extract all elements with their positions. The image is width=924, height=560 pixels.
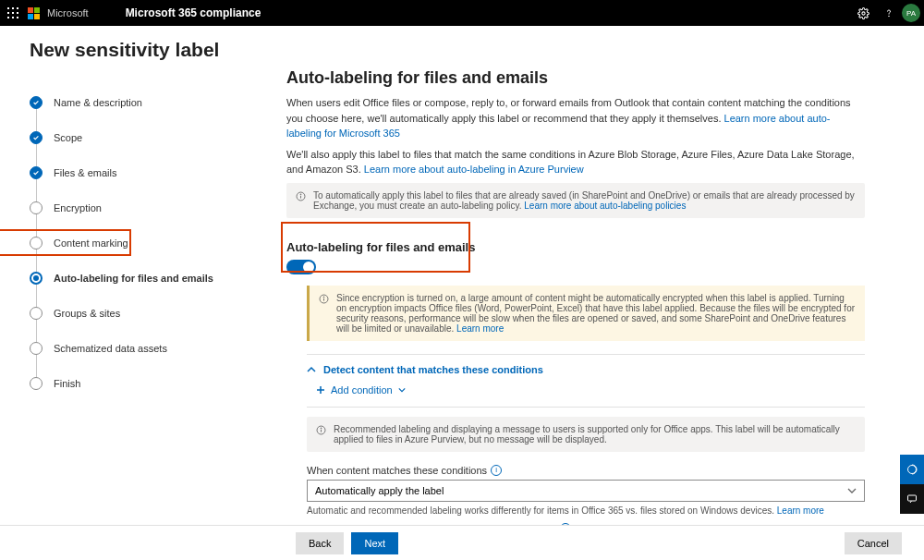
wizard-step[interactable]: Scope xyxy=(30,120,277,155)
wizard-step[interactable]: Groups & sites xyxy=(30,296,277,331)
wizard-step[interactable]: Name & description xyxy=(30,85,277,120)
product-name: Microsoft 365 compliance xyxy=(126,6,261,19)
info-callout-policy: To automatically apply this label to fil… xyxy=(286,183,865,218)
chevron-up-icon xyxy=(307,365,316,374)
info-icon xyxy=(319,294,329,334)
svg-rect-5 xyxy=(17,12,18,14)
svg-rect-6 xyxy=(7,17,9,18)
plus-icon xyxy=(316,385,325,395)
when-conditions-label: When content matches these conditions i xyxy=(307,465,865,476)
check-icon xyxy=(30,131,43,144)
wizard-footer: Back Next Cancel xyxy=(0,525,924,560)
help-icon[interactable] xyxy=(876,7,902,18)
conditions-expander[interactable]: Detect content that matches these condit… xyxy=(307,364,865,375)
gear-icon[interactable] xyxy=(850,7,876,19)
wizard-step-label: Auto-labeling for files and emails xyxy=(54,273,213,284)
wizard-step-label: Groups & sites xyxy=(54,308,120,319)
feedback-tab[interactable] xyxy=(900,455,924,484)
step-dot-icon xyxy=(30,307,43,320)
info-icon xyxy=(296,191,306,211)
svg-rect-7 xyxy=(12,17,14,18)
microsoft-logo-text: Microsoft xyxy=(47,7,89,18)
svg-rect-1 xyxy=(12,7,14,9)
step-dot-icon xyxy=(30,377,43,390)
cancel-button[interactable]: Cancel xyxy=(845,532,902,554)
wizard-step[interactable]: Finish xyxy=(30,366,277,401)
chevron-down-icon xyxy=(847,486,857,495)
learn-more-encryption[interactable]: Learn more xyxy=(456,323,504,334)
app-launcher-icon[interactable] xyxy=(0,7,26,18)
info-callout-recommended: Recommended labeling and displaying a me… xyxy=(307,417,865,452)
svg-point-20 xyxy=(908,466,917,474)
svg-point-13 xyxy=(300,193,301,194)
step-dot-icon xyxy=(30,272,43,285)
svg-rect-3 xyxy=(7,12,9,14)
action-select[interactable]: Automatically apply the label xyxy=(307,480,865,502)
wizard-step[interactable]: Content marking xyxy=(30,225,277,261)
svg-point-16 xyxy=(323,296,324,297)
encryption-warning: Since encryption is turned on, a large a… xyxy=(307,286,865,341)
main-content: Auto-labeling for files and emails When … xyxy=(277,63,924,560)
wizard-step-label: Encryption xyxy=(54,202,102,213)
svg-point-9 xyxy=(861,11,864,14)
add-condition-button[interactable]: Add condition xyxy=(316,384,865,396)
action-hint: Automatic and recommended labeling works… xyxy=(307,505,865,516)
wizard-step-label: Scope xyxy=(54,132,82,143)
back-button[interactable]: Back xyxy=(296,532,344,554)
wizard-step[interactable]: Schematized data assets xyxy=(30,331,277,366)
step-dot-icon xyxy=(30,237,43,250)
svg-point-10 xyxy=(889,16,890,17)
auto-labeling-toggle[interactable] xyxy=(286,260,316,274)
wizard-step-label: Content marking xyxy=(54,237,128,249)
svg-rect-4 xyxy=(12,12,14,14)
wizard-step[interactable]: Encryption xyxy=(30,190,277,225)
svg-rect-0 xyxy=(7,7,9,9)
intro-paragraph-2: We'll also apply this label to files tha… xyxy=(286,147,865,177)
wizard-step[interactable]: Auto-labeling for files and emails xyxy=(30,261,277,296)
step-dot-icon xyxy=(30,342,43,355)
global-header: Microsoft Microsoft 365 compliance PA xyxy=(0,0,924,26)
wizard-step-label: Name & description xyxy=(54,97,142,108)
help-bubble-icon[interactable]: i xyxy=(491,465,502,476)
wizard-step-label: Schematized data assets xyxy=(54,343,167,354)
chevron-down-icon xyxy=(398,386,406,394)
section-heading: Auto-labeling for files and emails xyxy=(286,68,865,88)
wizard-step[interactable]: Files & emails xyxy=(30,155,277,190)
svg-rect-2 xyxy=(17,7,18,9)
side-float-tabs xyxy=(900,455,924,514)
check-icon xyxy=(30,96,43,109)
chat-tab[interactable] xyxy=(900,484,924,514)
svg-rect-21 xyxy=(908,495,917,501)
wizard-steps: Name & descriptionScopeFiles & emailsEnc… xyxy=(0,63,277,560)
learn-more-policies[interactable]: Learn more about auto-labeling policies xyxy=(524,201,686,211)
learn-more-purview[interactable]: Learn more about auto-labeling in Azure … xyxy=(364,164,584,175)
next-button[interactable]: Next xyxy=(351,532,398,554)
wizard-step-label: Finish xyxy=(54,378,80,389)
learn-more-action[interactable]: Learn more xyxy=(777,505,824,516)
toggle-heading: Auto-labeling for files and emails xyxy=(286,240,865,254)
intro-paragraph-1: When users edit Office files or compose,… xyxy=(286,95,865,141)
microsoft-logo: Microsoft xyxy=(28,7,89,19)
avatar[interactable]: PA xyxy=(902,4,920,22)
step-dot-icon xyxy=(30,201,43,214)
svg-rect-8 xyxy=(17,17,18,18)
wizard-step-label: Files & emails xyxy=(54,167,116,178)
check-icon xyxy=(30,166,43,179)
info-icon xyxy=(316,425,326,444)
svg-point-19 xyxy=(321,427,322,428)
